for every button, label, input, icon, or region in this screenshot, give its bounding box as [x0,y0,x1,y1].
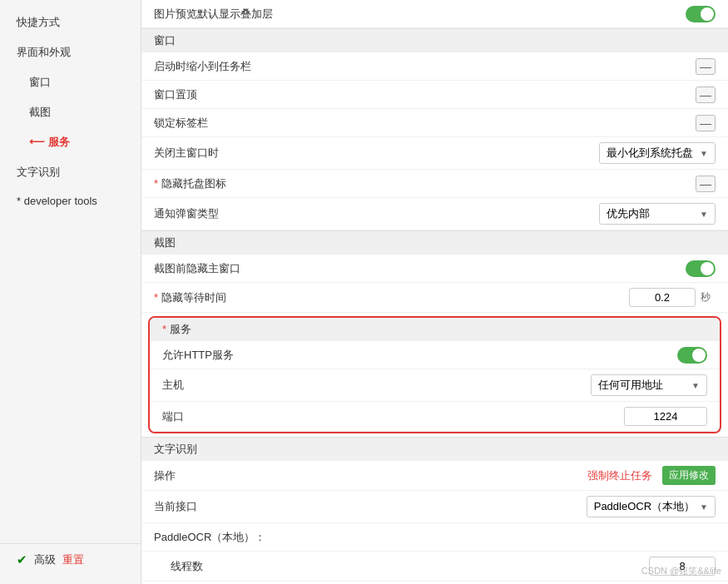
wait-time-unit: 秒 [701,290,716,304]
reset-button[interactable]: 重置 [62,552,84,567]
close-window-dropdown-value: 最小化到系统托盘 [607,146,693,161]
service-section-box: * 服务 允许HTTP服务 主机 任何可用地址 ▼ 端口 [148,316,721,433]
threads-row: 线程数 [141,552,728,582]
hide-before-capture-control [320,260,716,277]
port-control [329,407,707,426]
port-row: 端口 [150,402,720,432]
hide-tray-control: — [320,176,716,192]
lock-tab-row: 锁定标签栏 — [141,109,728,137]
startup-minimize-control: — [320,58,716,75]
screenshot-section-header: 截图 [141,230,728,255]
sidebar-item-ocr[interactable]: 文字识别 [0,158,141,186]
window-top-dash[interactable]: — [696,87,716,103]
startup-minimize-label: 启动时缩小到任务栏 [154,59,320,74]
operation-label: 操作 [154,468,320,483]
image-preview-toggle[interactable] [686,6,716,22]
image-preview-row: 图片预览默认显示叠加层 [141,0,728,28]
wait-time-label: * 隐藏等待时间 [154,290,320,305]
hide-tray-dash[interactable]: — [696,176,716,192]
sidebar-item-service[interactable]: ⟵ 服务 [0,128,141,156]
hide-before-capture-toggle[interactable] [686,260,716,277]
sidebar-item-devtools[interactable]: * developer tools [0,188,141,214]
chevron-down-icon: ▼ [700,149,708,158]
sidebar: 快捷方式 界面和外观 窗口 截图 ⟵ 服务 文字识别 * developer t… [0,0,141,584]
lock-tab-control: — [320,115,716,131]
sidebar-item-shortcuts[interactable]: 快捷方式 [0,8,141,37]
check-icon: ✔ [17,552,27,567]
main-content: 图片预览默认显示叠加层 窗口 启动时缩小到任务栏 — 窗口置顶 — 锁定标签栏 … [141,0,728,584]
current-interface-label: 当前接口 [154,499,320,514]
lock-tab-dash[interactable]: — [696,115,716,131]
host-dropdown[interactable]: 任何可用地址 ▼ [591,374,707,396]
startup-minimize-dash[interactable]: — [696,58,716,75]
hide-before-capture-label: 截图前隐藏主窗口 [154,261,320,276]
service-section-header: * 服务 [150,318,720,341]
current-interface-control: PaddleOCR（本地） ▼ [320,496,716,517]
close-window-row: 关闭主窗口时 最小化到系统托盘 ▼ [141,137,728,170]
window-top-control: — [320,87,716,103]
image-preview-control [320,6,716,22]
port-input[interactable] [624,407,707,426]
operation-control: 强制终止任务 应用修改 [320,466,716,485]
chevron-down-icon-3: ▼ [691,381,700,390]
advanced-label: 高级 [34,552,56,567]
notify-type-control: 优先内部 ▼ [320,203,716,225]
close-window-label: 关闭主窗口时 [154,146,320,161]
wait-time-input[interactable] [629,288,696,307]
current-interface-dropdown[interactable]: PaddleOCR（本地） ▼ [587,496,716,517]
sidebar-item-window[interactable]: 窗口 [0,68,141,97]
operation-row: 操作 强制终止任务 应用修改 [141,461,728,491]
hide-before-capture-row: 截图前隐藏主窗口 [141,255,728,283]
host-control: 任何可用地址 ▼ [329,374,707,396]
close-window-dropdown[interactable]: 最小化到系统托盘 ▼ [599,142,716,164]
paddle-header-label: PaddleOCR（本地）： [154,530,320,545]
sidebar-item-screenshot[interactable]: 截图 [0,98,141,126]
sidebar-bottom: ✔ 高级 重置 [0,543,141,576]
sidebar-item-ui[interactable]: 界面和外观 [0,38,141,67]
paddle-header-row: PaddleOCR（本地）： [141,523,728,552]
host-label: 主机 [162,378,329,393]
startup-minimize-row: 启动时缩小到任务栏 — [141,52,728,81]
toggle-thumb-3 [692,349,706,362]
toggle-thumb-2 [701,262,714,275]
http-service-label: 允许HTTP服务 [162,348,329,363]
http-service-control [329,347,707,364]
toggle-thumb [701,7,714,21]
hide-tray-label: * 隐藏托盘图标 [154,176,320,191]
port-label: 端口 [162,409,329,424]
ocr-section-header: 文字识别 [141,437,728,461]
image-preview-label: 图片预览默认显示叠加层 [154,7,320,22]
http-service-toggle[interactable] [677,347,707,364]
force-stop-button[interactable]: 强制终止任务 [582,467,657,485]
notify-type-row: 通知弹窗类型 优先内部 ▼ [141,198,728,230]
apply-changes-button[interactable]: 应用修改 [662,466,716,485]
host-dropdown-value: 任何可用地址 [598,378,663,393]
current-interface-value: PaddleOCR（本地） [594,499,695,514]
window-top-label: 窗口置顶 [154,87,320,102]
notify-type-dropdown-value: 优先内部 [607,206,650,221]
notify-type-dropdown[interactable]: 优先内部 ▼ [599,203,716,225]
watermark-text: CSDN @钮笑&&life [641,565,721,577]
current-interface-row: 当前接口 PaddleOCR（本地） ▼ [141,491,728,523]
wait-time-row: * 隐藏等待时间 秒 [141,283,728,313]
chevron-down-icon-4: ▼ [700,502,708,512]
http-service-row: 允许HTTP服务 [150,341,720,369]
wait-time-control: 秒 [320,288,716,307]
chevron-down-icon-2: ▼ [700,210,708,219]
lock-tab-label: 锁定标签栏 [154,116,320,131]
window-section-header: 窗口 [141,28,728,52]
window-top-row: 窗口置顶 — [141,81,728,109]
hide-tray-row: * 隐藏托盘图标 — [141,170,728,198]
threads-label: 线程数 [154,559,320,574]
host-row: 主机 任何可用地址 ▼ [150,369,720,402]
notify-type-label: 通知弹窗类型 [154,206,320,221]
close-window-control: 最小化到系统托盘 ▼ [320,142,716,164]
